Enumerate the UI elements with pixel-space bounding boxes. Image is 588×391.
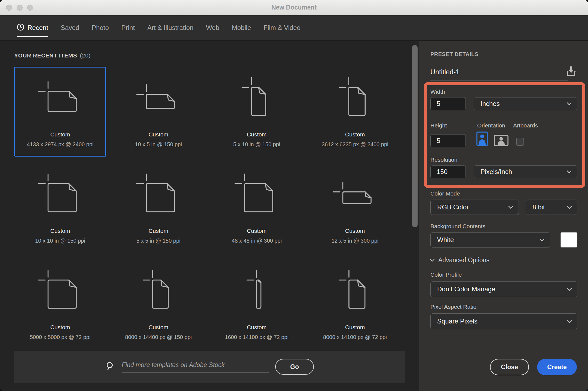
recent-item-tile[interactable]: Custom1600 x 14100 px @ 72 ppi <box>211 259 303 349</box>
search-placeholder: Find more templates on Adobe Stock <box>122 361 225 368</box>
preset-dimensions: 5000 x 5000 px @ 72 ppi <box>30 334 91 340</box>
color-profile-dropdown[interactable]: Don’t Color Manage <box>430 281 577 297</box>
clock-icon <box>17 23 24 32</box>
tab-photo[interactable]: Photo <box>92 15 109 41</box>
preset-name: Custom <box>149 131 168 138</box>
preset-name: Custom <box>345 228 365 234</box>
advanced-options-toggle[interactable]: Advanced Options <box>430 256 577 264</box>
chevron-down-icon <box>567 318 572 323</box>
recent-item-tile[interactable]: Custom4133 x 2974 px @ 2400 ppi <box>14 67 106 157</box>
tab-label: Saved <box>61 24 79 32</box>
category-tabbar: RecentSavedPhotoPrintArt & IllustrationW… <box>0 15 588 41</box>
tab-print[interactable]: Print <box>121 15 135 41</box>
preset-dimensions: 12 x 5 in @ 300 ppi <box>332 238 379 244</box>
chevron-down-icon <box>508 204 513 209</box>
document-name-input[interactable]: Untitled-1 <box>430 68 460 76</box>
chevron-down-icon <box>540 237 544 242</box>
preset-name: Custom <box>247 131 267 138</box>
width-label: Width <box>430 88 577 95</box>
color-mode-dropdown[interactable]: RGB Color <box>430 200 519 215</box>
width-input[interactable]: 5 <box>430 97 466 110</box>
preset-name: Custom <box>247 324 267 331</box>
resolution-input[interactable]: 150 <box>430 165 466 178</box>
tab-art-illustration[interactable]: Art & Illustration <box>147 15 193 41</box>
resolution-unit-dropdown[interactable]: Pixels/Inch <box>474 165 577 178</box>
document-preset-icon <box>212 168 302 224</box>
create-button[interactable]: Create <box>537 359 577 375</box>
preset-name: Custom <box>345 131 365 138</box>
tab-mobile[interactable]: Mobile <box>232 15 251 41</box>
artboards-checkbox[interactable] <box>516 138 524 146</box>
tab-label: Print <box>121 24 135 32</box>
zoom-window-button[interactable] <box>27 5 33 11</box>
preset-details-header: PRESET DETAILS <box>430 51 577 57</box>
tab-saved[interactable]: Saved <box>61 15 79 41</box>
height-label: Height <box>430 122 477 129</box>
recent-item-tile[interactable]: Custom10 x 10 in @ 150 ppi <box>14 163 106 253</box>
document-preset-icon <box>212 264 302 320</box>
document-preset-icon <box>15 71 105 127</box>
orientation-label: Orientation <box>477 122 513 129</box>
background-contents-dropdown[interactable]: White <box>430 232 550 248</box>
chevron-down-icon <box>567 100 572 105</box>
search-icon <box>105 361 115 372</box>
go-button[interactable]: Go <box>275 359 314 375</box>
preset-name: Custom <box>50 228 70 234</box>
new-document-dialog: New Document RecentSavedPhotoPrintArt & … <box>0 0 588 391</box>
traffic-lights <box>6 5 33 11</box>
scrollbar-thumb[interactable] <box>412 45 418 227</box>
document-preset-icon <box>15 168 105 224</box>
artboards-label: Artboards <box>513 122 538 129</box>
height-input[interactable]: 5 <box>430 134 466 147</box>
close-button[interactable]: Close <box>490 359 529 375</box>
titlebar: New Document <box>0 0 588 15</box>
document-preset-icon <box>212 71 302 127</box>
minimize-window-button[interactable] <box>17 5 23 11</box>
color-mode-label: Color Mode <box>430 190 577 197</box>
recent-item-tile[interactable]: Custom8000 x 14400 px @ 150 ppi <box>112 259 204 349</box>
recent-item-tile[interactable]: Custom48 x 48 in @ 300 ppi <box>211 163 303 253</box>
search-input[interactable]: Find more templates on Adobe Stock <box>122 361 269 372</box>
section-count: (20) <box>80 52 90 59</box>
preset-name: Custom <box>50 131 70 138</box>
window-title: New Document <box>271 4 317 11</box>
chevron-down-icon <box>430 257 434 262</box>
preset-dimensions: 10 x 5 in @ 150 ppi <box>135 141 182 148</box>
document-preset-icon <box>15 264 105 320</box>
pixel-aspect-ratio-label: Pixel Aspect Ratio <box>430 304 577 310</box>
resolution-label: Resolution <box>430 157 577 163</box>
tab-recent[interactable]: Recent <box>17 15 48 41</box>
color-profile-label: Color Profile <box>430 271 577 278</box>
close-window-button[interactable] <box>6 5 12 11</box>
bit-depth-dropdown[interactable]: 8 bit <box>526 200 577 215</box>
preset-details-panel: PRESET DETAILS Untitled-1 Width 5 Inches <box>419 41 588 391</box>
preset-name: Custom <box>247 228 267 234</box>
recent-items-grid: Custom4133 x 2974 px @ 2400 ppiCustom10 … <box>14 67 401 349</box>
recent-item-tile[interactable]: Custom5 x 5 in @ 150 ppi <box>112 163 204 253</box>
preset-dimensions: 1600 x 14100 px @ 72 ppi <box>225 334 289 340</box>
tab-label: Photo <box>92 24 109 32</box>
pixel-aspect-ratio-dropdown[interactable]: Square Pixels <box>430 313 577 329</box>
recent-item-tile[interactable]: Custom12 x 5 in @ 300 ppi <box>309 163 401 253</box>
stock-search-bar: Find more templates on Adobe Stock Go <box>14 351 405 383</box>
save-preset-icon[interactable] <box>565 65 577 79</box>
tab-web[interactable]: Web <box>206 15 219 41</box>
orientation-landscape-button[interactable] <box>494 135 509 147</box>
section-title: YOUR RECENT ITEMS(20) <box>14 52 91 59</box>
preset-name: Custom <box>149 324 168 331</box>
recent-item-tile[interactable]: Custom5 x 10 in @ 150 ppi <box>211 67 303 157</box>
preset-dimensions: 3612 x 6235 px @ 2400 ppi <box>322 141 388 148</box>
unit-dropdown[interactable]: Inches <box>474 97 577 110</box>
preset-name: Custom <box>149 228 168 234</box>
recent-item-tile[interactable]: Custom8000 x 14100 px @ 72 ppi <box>309 259 401 349</box>
document-preset-icon <box>113 71 204 127</box>
tab-film-video[interactable]: Film & Video <box>264 15 301 41</box>
orientation-portrait-button[interactable] <box>476 132 488 147</box>
recent-item-tile[interactable]: Custom5000 x 5000 px @ 72 ppi <box>14 259 106 349</box>
preset-name: Custom <box>50 324 70 331</box>
tab-label: Mobile <box>232 24 251 32</box>
recent-item-tile[interactable]: Custom3612 x 6235 px @ 2400 ppi <box>309 67 401 157</box>
name-field-underline <box>430 80 568 81</box>
recent-item-tile[interactable]: Custom10 x 5 in @ 150 ppi <box>112 67 204 157</box>
background-color-swatch[interactable] <box>561 232 577 248</box>
